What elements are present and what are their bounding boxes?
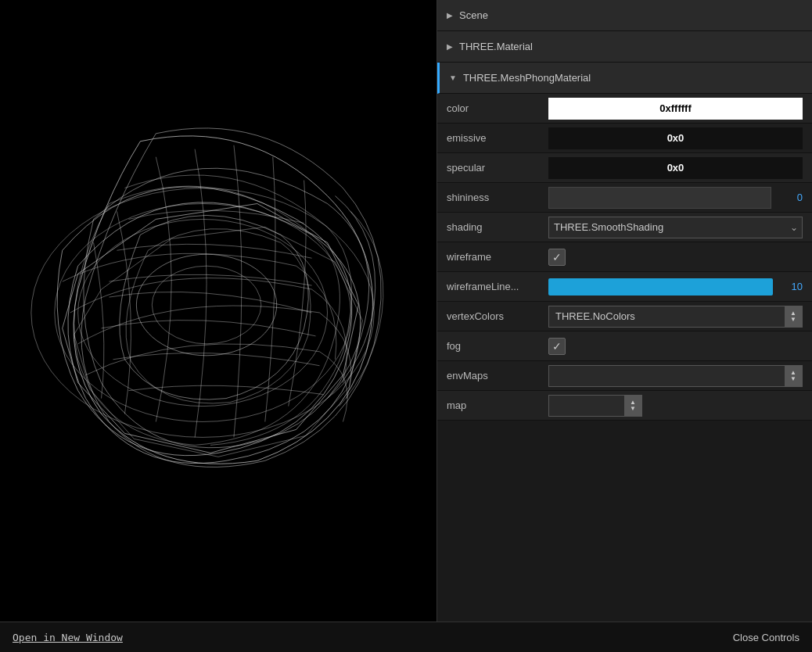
wireframe-checkbox[interactable]	[548, 249, 566, 266]
wireframe-slider-wrapper: 10	[548, 278, 803, 296]
three-material-title: THREE.Material	[459, 41, 533, 52]
color-label: color	[447, 102, 548, 114]
shininess-value: 0	[548, 187, 803, 209]
color-input[interactable]	[548, 98, 803, 120]
wireframe-label: wireframe	[447, 251, 548, 263]
shading-row: shading THREE.SmoothShading THREE.FlatSh…	[437, 213, 812, 242]
meshphong-arrow: ▼	[449, 73, 457, 82]
bottom-bar: Open in New Window Close Controls	[0, 622, 812, 652]
shading-value: THREE.SmoothShading THREE.FlatShading	[548, 217, 803, 238]
envmaps-row: envMaps ▲ ▼	[437, 361, 812, 391]
color-row: color	[437, 94, 812, 124]
envmaps-value: ▲ ▼	[548, 365, 803, 387]
vertex-colors-value: THREE.NoColors ▲ ▼	[548, 306, 803, 328]
specular-input[interactable]	[548, 157, 803, 179]
main-area: ▶ Scene ▶ THREE.Material ▼ THREE.MeshPho…	[0, 0, 812, 622]
wireframe-linewidth-value: 10	[548, 278, 803, 296]
fog-checkbox[interactable]	[548, 338, 566, 355]
specular-row: specular	[437, 153, 812, 183]
map-arrows[interactable]: ▲ ▼	[624, 396, 641, 416]
map-row: map ▲ ▼	[437, 391, 812, 421]
vertex-colors-select[interactable]: THREE.NoColors ▲ ▼	[548, 306, 803, 328]
meshphong-section-header[interactable]: ▼ THREE.MeshPhongMaterial	[437, 63, 812, 94]
map-value: ▲ ▼	[548, 395, 803, 417]
three-material-section-header[interactable]: ▶ THREE.Material	[437, 31, 812, 63]
shading-select[interactable]: THREE.SmoothShading THREE.FlatShading	[548, 217, 803, 238]
fog-value	[548, 338, 803, 355]
shading-select-wrapper: THREE.SmoothShading THREE.FlatShading	[548, 217, 803, 238]
wireframe-linewidth-slider[interactable]	[548, 278, 773, 296]
three-material-arrow: ▶	[447, 42, 453, 51]
map-select[interactable]: ▲ ▼	[548, 395, 642, 417]
envmaps-arrows[interactable]: ▲ ▼	[785, 366, 802, 386]
fog-label: fog	[447, 340, 548, 352]
envmaps-text	[549, 366, 785, 386]
scene-arrow: ▶	[447, 11, 453, 20]
scene-section-header[interactable]: ▶ Scene	[437, 0, 812, 31]
envmaps-select[interactable]: ▲ ▼	[548, 365, 803, 387]
svg-point-1	[55, 203, 351, 421]
map-label: map	[447, 399, 548, 411]
shininess-row: shininess 0	[437, 183, 812, 213]
emissive-row: emissive	[437, 124, 812, 153]
vertex-colors-arrows[interactable]: ▲ ▼	[785, 306, 802, 327]
emissive-input[interactable]	[548, 127, 803, 149]
specular-label: specular	[447, 162, 548, 174]
right-panel: ▶ Scene ▶ THREE.Material ▼ THREE.MeshPho…	[437, 0, 812, 622]
vertex-colors-label: vertexColors	[447, 310, 548, 322]
shininess-slider[interactable]	[548, 187, 771, 209]
shininess-number: 0	[771, 192, 803, 203]
svg-point-2	[78, 219, 328, 406]
close-controls-button[interactable]: Close Controls	[733, 632, 799, 643]
meshphong-title: THREE.MeshPhongMaterial	[463, 72, 591, 84]
svg-point-0	[31, 188, 374, 438]
wireframe-canvas	[0, 0, 437, 622]
vertex-colors-text: THREE.NoColors	[549, 306, 785, 327]
wireframe-linewidth-number: 10	[779, 281, 803, 292]
color-value	[548, 98, 803, 120]
wireframe-linewidth-row: wireframeLine... 10	[437, 272, 812, 302]
envmaps-label: envMaps	[447, 370, 548, 382]
vertex-colors-row: vertexColors THREE.NoColors ▲ ▼	[437, 302, 812, 331]
emissive-value	[548, 127, 803, 149]
arrow-down-icon: ▼	[790, 317, 796, 323]
scene-title: Scene	[459, 9, 488, 21]
map-text	[549, 396, 624, 416]
open-new-window-link[interactable]: Open in New Window	[13, 632, 123, 643]
wireframe-row: wireframe	[437, 242, 812, 272]
shading-label: shading	[447, 221, 548, 233]
specular-value	[548, 157, 803, 179]
wireframe-value	[548, 249, 803, 266]
emissive-label: emissive	[447, 132, 548, 144]
shininess-label: shininess	[447, 192, 548, 203]
canvas-area	[0, 0, 437, 622]
wireframe-linewidth-label: wireframeLine...	[447, 281, 548, 292]
arrow-down-icon: ▼	[790, 376, 796, 382]
arrow-down-icon: ▼	[630, 406, 636, 412]
fog-row: fog	[437, 331, 812, 361]
